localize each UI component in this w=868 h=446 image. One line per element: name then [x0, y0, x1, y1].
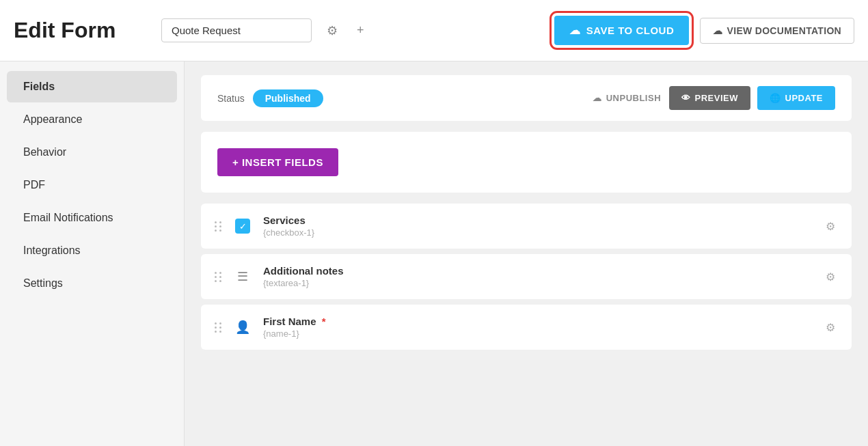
page-title: Edit Form — [14, 18, 150, 43]
drag-handle-notes[interactable] — [215, 272, 222, 282]
field-info-firstname: First Name * {name-1} — [263, 316, 813, 339]
update-label: UPDATE — [785, 93, 823, 103]
sidebar-item-settings[interactable]: Settings — [7, 268, 177, 299]
table-row: ✓ Services {checkbox-1} ⚙ — [201, 204, 852, 249]
sidebar-item-pdf[interactable]: PDF — [7, 169, 177, 201]
required-marker: * — [322, 316, 326, 327]
save-to-cloud-label: SAVE TO CLOUD — [586, 25, 674, 36]
sidebar-item-fields[interactable]: Fields — [7, 71, 177, 102]
field-id-firstname: {name-1} — [263, 329, 813, 339]
preview-label: PREVIEW — [695, 93, 738, 103]
sidebar-item-email-notifications[interactable]: Email Notifications — [7, 202, 177, 234]
status-label: Status — [217, 93, 245, 104]
gear-icon: ⚙ — [327, 24, 338, 38]
field-info-services: Services {checkbox-1} — [263, 214, 813, 238]
save-to-cloud-button[interactable]: ☁ SAVE TO CLOUD — [554, 16, 689, 45]
sidebar: Fields Appearance Behavior PDF Email Not… — [0, 61, 185, 446]
update-globe-icon: 🌐 — [770, 93, 781, 103]
field-id-services: {checkbox-1} — [263, 227, 813, 238]
sidebar-item-behavior-label: Behavior — [23, 146, 66, 158]
header: Edit Form ⚙ + ☁ SAVE TO CLOUD ☁ VIEW DOC… — [0, 0, 868, 61]
view-docs-label: VIEW DOCUMENTATION — [727, 25, 841, 36]
field-gear-notes[interactable]: ⚙ — [823, 268, 838, 286]
field-name-firstname: First Name * — [263, 316, 813, 327]
sidebar-item-appearance-label: Appearance — [23, 113, 82, 125]
unpublish-label: UNPUBLISH — [606, 93, 661, 103]
textarea-field-icon: ☰ — [232, 266, 254, 288]
field-name-notes: Additional notes — [263, 265, 813, 277]
gear-icon-button[interactable]: ⚙ — [323, 19, 342, 42]
sidebar-item-pdf-label: PDF — [23, 179, 45, 191]
field-gear-firstname[interactable]: ⚙ — [823, 318, 838, 337]
drag-handle-services[interactable] — [215, 221, 222, 232]
unpublish-cloud-icon: ☁ — [593, 93, 602, 103]
table-row: 👤 First Name * {name-1} ⚙ — [201, 305, 852, 350]
field-info-notes: Additional notes {textarea-1} — [263, 265, 813, 288]
main-content: Status Published ☁ UNPUBLISH 👁 PREVIEW 🌐… — [185, 61, 868, 446]
plus-icon: + — [357, 23, 364, 37]
view-docs-icon: ☁ — [713, 25, 722, 36]
published-badge: Published — [253, 89, 323, 107]
field-id-notes: {textarea-1} — [263, 278, 813, 288]
field-name-services: Services — [263, 214, 813, 226]
upload-cloud-icon: ☁ — [569, 24, 581, 37]
insert-fields-button[interactable]: + INSERT FIELDS — [217, 148, 338, 176]
unpublish-button[interactable]: ☁ UNPUBLISH — [593, 93, 661, 103]
sidebar-item-behavior[interactable]: Behavior — [7, 137, 177, 168]
update-button[interactable]: 🌐 UPDATE — [757, 86, 835, 110]
insert-fields-label: + INSERT FIELDS — [232, 156, 323, 168]
plus-icon-button[interactable]: + — [353, 19, 368, 42]
checkbox-icon: ✓ — [235, 219, 250, 234]
sidebar-item-appearance[interactable]: Appearance — [7, 104, 177, 135]
field-gear-services[interactable]: ⚙ — [823, 217, 838, 236]
preview-button[interactable]: 👁 PREVIEW — [669, 86, 750, 110]
insert-fields-section: + INSERT FIELDS — [201, 132, 852, 193]
fields-list: ✓ Services {checkbox-1} ⚙ — [201, 204, 852, 355]
preview-eye-icon: 👁 — [681, 93, 691, 103]
body: Fields Appearance Behavior PDF Email Not… — [0, 61, 868, 446]
status-bar: Status Published ☁ UNPUBLISH 👁 PREVIEW 🌐… — [201, 75, 852, 121]
sidebar-item-fields-label: Fields — [23, 81, 55, 92]
app-container: Edit Form ⚙ + ☁ SAVE TO CLOUD ☁ VIEW DOC… — [0, 0, 868, 446]
sidebar-item-integrations[interactable]: Integrations — [7, 235, 177, 266]
form-name-input[interactable] — [161, 18, 312, 42]
sidebar-item-integrations-label: Integrations — [23, 245, 81, 256]
table-row: ☰ Additional notes {textarea-1} ⚙ — [201, 254, 852, 299]
drag-handle-firstname[interactable] — [215, 322, 222, 333]
sidebar-item-email-notifications-label: Email Notifications — [23, 212, 113, 223]
sidebar-item-settings-label: Settings — [23, 277, 63, 289]
checkbox-field-icon: ✓ — [232, 215, 254, 237]
view-documentation-button[interactable]: ☁ VIEW DOCUMENTATION — [700, 18, 854, 44]
person-field-icon: 👤 — [232, 316, 254, 338]
